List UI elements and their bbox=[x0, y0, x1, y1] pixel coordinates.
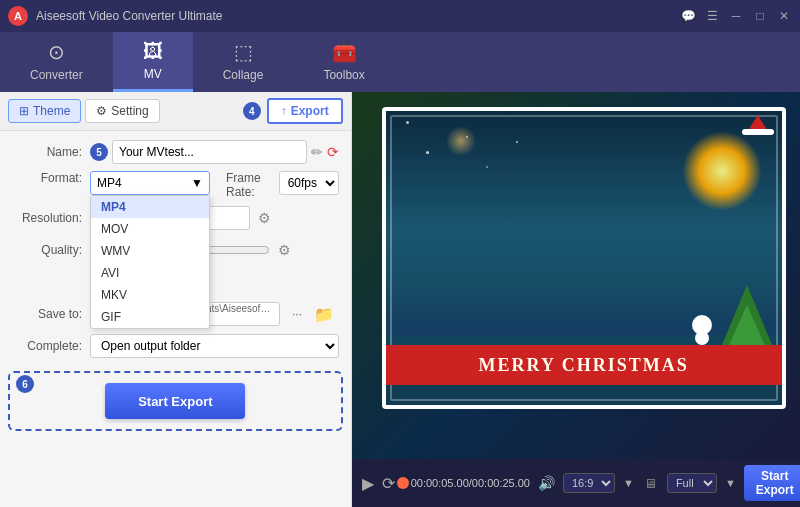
framerate-select[interactable]: 60fps 30fps 25fps 24fps bbox=[279, 171, 339, 195]
window-controls: 💬 ☰ ─ □ ✕ bbox=[680, 8, 792, 24]
maximize-icon[interactable]: □ bbox=[752, 8, 768, 24]
nav-converter[interactable]: ⊙ Converter bbox=[0, 32, 113, 92]
tab-theme[interactable]: ⊞ Theme bbox=[8, 99, 81, 123]
main-content: ⊞ Theme ⚙ Setting 4 ↑ Export Name: bbox=[0, 92, 800, 507]
format-row: Format: MP4 ▼ MP4 MOV WMV AVI bbox=[12, 171, 339, 199]
toolbox-icon: 🧰 bbox=[332, 40, 357, 64]
quality-chevron-icon: ▼ bbox=[725, 477, 736, 489]
theme-tab-icon: ⊞ bbox=[19, 104, 29, 118]
nav-collage-label: Collage bbox=[223, 68, 264, 82]
badge-6: 6 bbox=[16, 375, 34, 393]
progress-thumb bbox=[397, 477, 409, 489]
format-value: MP4 bbox=[97, 176, 122, 190]
name-field-group: 5 ✏ ⟳ bbox=[90, 140, 339, 164]
nav-collage[interactable]: ⬚ Collage bbox=[193, 32, 294, 92]
left-panel: ⊞ Theme ⚙ Setting 4 ↑ Export Name: bbox=[0, 92, 352, 507]
right-panel: MERRY CHRISTMAS ▶ ⟳ 00:00:05.00/00:00:25… bbox=[352, 92, 800, 507]
collage-icon: ⬚ bbox=[234, 40, 253, 64]
save-path-folder-icon[interactable]: 📁 bbox=[314, 305, 334, 324]
nav-mv[interactable]: 🖼 MV bbox=[113, 32, 193, 92]
format-option-mkv[interactable]: MKV bbox=[91, 284, 209, 306]
complete-label: Complete: bbox=[12, 339, 82, 353]
xmas-text: MERRY CHRISTMAS bbox=[479, 355, 689, 376]
close-icon[interactable]: ✕ bbox=[776, 8, 792, 24]
xmas-tree2-decoration bbox=[727, 305, 767, 350]
chat-icon[interactable]: 💬 bbox=[680, 8, 696, 24]
app-title: Aiseesoft Video Converter Ultimate bbox=[36, 9, 680, 23]
export-label: Export bbox=[291, 104, 329, 118]
format-option-gif[interactable]: GIF bbox=[91, 306, 209, 328]
complete-row: Complete: Open output folder Do nothing bbox=[12, 333, 339, 359]
format-option-wmv[interactable]: WMV bbox=[91, 240, 209, 262]
nav-converter-label: Converter bbox=[30, 68, 83, 82]
app-icon: A bbox=[8, 6, 28, 26]
time-display: 00:00:05.00/00:00:25.00 bbox=[411, 477, 530, 489]
name-input[interactable] bbox=[112, 140, 307, 164]
format-chevron-icon: ▼ bbox=[191, 176, 203, 190]
setting-tab-icon: ⚙ bbox=[96, 104, 107, 118]
aspect-chevron-icon: ▼ bbox=[623, 477, 634, 489]
badge-5: 5 bbox=[90, 143, 108, 161]
volume-icon[interactable]: 🔊 bbox=[538, 475, 555, 491]
format-dropdown-container: MP4 ▼ MP4 MOV WMV AVI MKV GIF bbox=[90, 171, 210, 195]
quality-label: Quality: bbox=[12, 243, 82, 257]
mv-icon: 🖼 bbox=[143, 40, 163, 63]
complete-select[interactable]: Open output folder Do nothing bbox=[90, 334, 339, 358]
nav-bar: ⊙ Converter 🖼 MV ⬚ Collage 🧰 Toolbox bbox=[0, 32, 800, 92]
quality-select[interactable]: Full Half bbox=[667, 473, 717, 493]
format-option-avi[interactable]: AVI bbox=[91, 262, 209, 284]
export-button[interactable]: ↑ Export bbox=[267, 98, 343, 124]
title-bar: A Aiseesoft Video Converter Ultimate 💬 ☰… bbox=[0, 0, 800, 32]
menu-icon[interactable]: ☰ bbox=[704, 8, 720, 24]
fireworks-decoration bbox=[682, 131, 762, 211]
setting-tab-label: Setting bbox=[111, 104, 148, 118]
preview-image: MERRY CHRISTMAS bbox=[352, 92, 800, 459]
name-edit-icon[interactable]: ✏ bbox=[311, 144, 323, 160]
tab-bar: ⊞ Theme ⚙ Setting 4 ↑ Export bbox=[0, 92, 351, 131]
export-icon: ↑ bbox=[281, 104, 287, 118]
name-refresh-icon[interactable]: ⟳ bbox=[327, 144, 339, 160]
snowman-decoration bbox=[692, 315, 712, 345]
resolution-label: Resolution: bbox=[12, 211, 82, 225]
xmas-card: MERRY CHRISTMAS bbox=[382, 107, 786, 409]
save-path-more-btn[interactable]: ··· bbox=[288, 307, 306, 321]
xmas-banner: MERRY CHRISTMAS bbox=[386, 345, 782, 385]
format-select[interactable]: MP4 ▼ bbox=[90, 171, 210, 195]
screen-icon: 🖥 bbox=[644, 476, 657, 491]
play-button[interactable]: ▶ bbox=[362, 474, 374, 493]
player-controls: ▶ ⟳ 00:00:05.00/00:00:25.00 🔊 16:9 4:3 1… bbox=[352, 459, 800, 507]
minimize-icon[interactable]: ─ bbox=[728, 8, 744, 24]
start-export-label: Start Export bbox=[138, 394, 212, 409]
name-label: Name: bbox=[12, 145, 82, 159]
converter-icon: ⊙ bbox=[48, 40, 65, 64]
start-export-button[interactable]: Start Export bbox=[105, 383, 245, 419]
format-option-mp4[interactable]: MP4 bbox=[91, 196, 209, 218]
nav-toolbox[interactable]: 🧰 Toolbox bbox=[293, 32, 394, 92]
theme-tab-label: Theme bbox=[33, 104, 70, 118]
time-current: 00:00:05.00 bbox=[411, 477, 469, 489]
format-dropdown-open: MP4 MOV WMV AVI MKV GIF bbox=[90, 195, 210, 329]
name-row: Name: 5 ✏ ⟳ bbox=[12, 139, 339, 165]
preview-area: MERRY CHRISTMAS bbox=[352, 92, 800, 459]
badge-4: 4 bbox=[243, 102, 261, 120]
framerate-label: Frame Rate: bbox=[226, 171, 271, 199]
time-total: 00:00:25.00 bbox=[472, 477, 530, 489]
nav-toolbox-label: Toolbox bbox=[323, 68, 364, 82]
right-start-export-button[interactable]: Start Export bbox=[744, 465, 800, 501]
save-to-label: Save to: bbox=[12, 307, 82, 321]
refresh-button[interactable]: ⟳ bbox=[382, 474, 395, 493]
right-start-export-label: Start Export bbox=[756, 469, 794, 497]
format-label: Format: bbox=[12, 171, 82, 185]
quality-settings-icon[interactable]: ⚙ bbox=[278, 242, 291, 258]
aspect-select[interactable]: 16:9 4:3 1:1 bbox=[563, 473, 615, 493]
resolution-settings-icon[interactable]: ⚙ bbox=[258, 210, 271, 226]
nav-mv-label: MV bbox=[144, 67, 162, 81]
export-form: Name: 5 ✏ ⟳ Format: MP4 bbox=[0, 131, 351, 367]
format-option-mov[interactable]: MOV bbox=[91, 218, 209, 240]
start-export-section: 6 Start Export bbox=[0, 367, 351, 435]
tab-setting[interactable]: ⚙ Setting bbox=[85, 99, 159, 123]
